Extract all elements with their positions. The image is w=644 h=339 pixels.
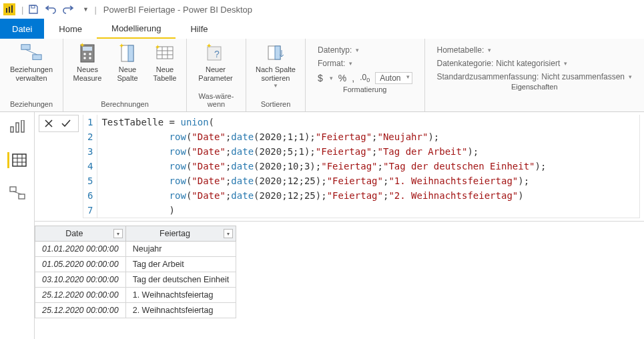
formula-bar: 1234567 TestTabelle = union( row("Date";… [35,112,644,222]
ribbon-group-calculations: ✦ Neues Measure ✦ Neue Spalte ✦ Neue Tab… [63,39,187,111]
svg-text:?: ? [214,49,220,59]
sort-by-column-button[interactable]: Nach Spalte sortieren ▼ [252,41,300,89]
column-icon: ✦ [116,41,139,64]
svg-rect-4 [21,45,30,50]
undo-button[interactable] [45,3,57,15]
table-row[interactable]: 01.05.2020 00:00:00Tag der Arbeit [35,257,236,272]
ribbon-group-relationships: Beziehungen verwalten Beziehungen [0,39,63,111]
svg-rect-5 [33,55,41,60]
tab-help[interactable]: Hilfe [176,19,222,39]
tab-file[interactable]: Datei [0,19,44,39]
svg-rect-36 [10,187,16,192]
svg-line-6 [26,49,37,55]
redo-button[interactable] [62,3,74,15]
tab-modeling[interactable]: Modellierung [97,19,176,39]
table-row[interactable]: 25.12.2020 00:00:001. Weihnachtsfeiertag [35,288,236,303]
title-bar: | ▼ | PowerBI Feiertage - Power BI Deskt… [0,0,644,19]
new-column-button[interactable]: ✦ Neue Spalte [113,41,142,83]
svg-text:✦: ✦ [119,43,124,49]
table-row[interactable]: 01.01.2020 00:00:00Neujahr [35,242,236,257]
ribbon-group-whatif: ?✦ Neuer Parameter Was-wäre-wenn [187,39,246,111]
default-summarization-selector[interactable]: Standardzusammenfassung: Nicht zusammenf… [437,72,632,81]
currency-button[interactable]: $ [318,73,323,83]
parameter-icon: ?✦ [204,41,227,64]
group-label: Was-wäre-wenn [192,91,240,110]
svg-rect-1 [9,7,10,13]
new-parameter-button[interactable]: ?✦ Neuer Parameter [192,41,239,83]
qat-dropdown[interactable]: ▼ [79,3,91,15]
svg-point-11 [83,57,86,59]
svg-rect-2 [11,5,13,13]
table-row[interactable]: 25.12.2020 00:00:002. Weihnachtsfeiertag [35,303,236,318]
table-icon: ✦ [153,41,176,64]
svg-rect-30 [21,120,24,132]
svg-text:✦: ✦ [206,43,212,49]
ribbon-group-properties: Hometabelle:▾ Datenkategorie: Nicht kate… [425,39,644,111]
new-table-button[interactable]: ✦ Neue Tabelle [149,41,181,83]
filter-icon[interactable]: ▾ [113,229,123,238]
svg-rect-0 [6,8,7,13]
svg-text:✦: ✦ [155,44,160,51]
workspace: 1234567 TestTabelle = union( row("Date";… [0,112,644,339]
table-row[interactable]: 03.10.2020 00:00:00Tag der deutschen Ein… [35,272,236,288]
column-header-feiertag[interactable]: Feiertag▾ [125,226,236,242]
group-label: Beziehungen [5,99,57,110]
group-label: Sortieren [252,99,300,110]
percent-button[interactable]: % [338,73,346,83]
relationships-icon [20,41,43,64]
svg-rect-28 [11,127,13,132]
view-switcher [0,112,35,339]
filter-icon[interactable]: ▾ [224,229,233,238]
report-view-button[interactable] [7,119,27,135]
data-view-button[interactable] [7,152,27,168]
format-selector[interactable]: Format:▾ [318,59,412,68]
ribbon: Beziehungen verwalten Beziehungen ✦ Neue… [0,39,644,112]
cancel-formula-button[interactable] [43,118,54,129]
thousands-button[interactable]: , [352,73,354,83]
model-view-button[interactable] [7,186,27,202]
svg-rect-37 [19,194,25,199]
group-label: Berechnungen [69,99,181,110]
svg-point-9 [83,53,86,55]
dax-editor[interactable]: 1234567 TestTabelle = union( row("Date";… [83,115,640,218]
data-grid: Date▾ Feiertag▾ 01.01.2020 00:00:00Neuja… [35,226,644,318]
auto-dropdown[interactable]: Auton [375,72,412,84]
ribbon-group-sort: Nach Spalte sortieren ▼ Sortieren [246,39,306,111]
home-table-selector[interactable]: Hometabelle:▾ [437,45,632,55]
separator: | [21,5,23,15]
sort-icon [264,41,287,64]
manage-relationships-button[interactable]: Beziehungen verwalten [5,41,57,83]
save-button[interactable] [27,3,39,15]
svg-line-38 [13,192,21,194]
svg-text:✦: ✦ [79,42,85,49]
svg-point-12 [89,57,91,59]
commit-formula-button[interactable] [61,118,71,129]
svg-rect-27 [275,46,280,59]
group-label: Formatierung [311,84,419,95]
svg-rect-29 [16,123,19,132]
svg-point-10 [89,53,91,55]
svg-rect-15 [128,45,133,61]
calculator-icon: ✦ [76,41,99,64]
data-category-selector[interactable]: Datenkategorie: Nicht kategorisiert▾ [437,59,632,68]
ribbon-tabs: Datei Home Modellierung Hilfe [0,19,644,39]
svg-rect-31 [13,154,26,166]
decimals-button[interactable]: .00 [360,73,370,83]
tab-home[interactable]: Home [44,19,97,39]
group-label: Eigenschaften [430,81,639,93]
column-header-date[interactable]: Date▾ [35,226,126,242]
app-icon [3,3,15,15]
datatype-selector[interactable]: Datentyp:▾ [318,45,412,55]
window-title: PowerBI Feiertage - Power BI Desktop [103,5,252,15]
separator: | [94,5,96,15]
new-measure-button[interactable]: ✦ Neues Measure [69,41,106,83]
quick-access-toolbar: ▼ [27,3,91,15]
ribbon-group-formatting: Datentyp:▾ Format:▾ $▾ % , .00 Auton For… [306,39,425,111]
